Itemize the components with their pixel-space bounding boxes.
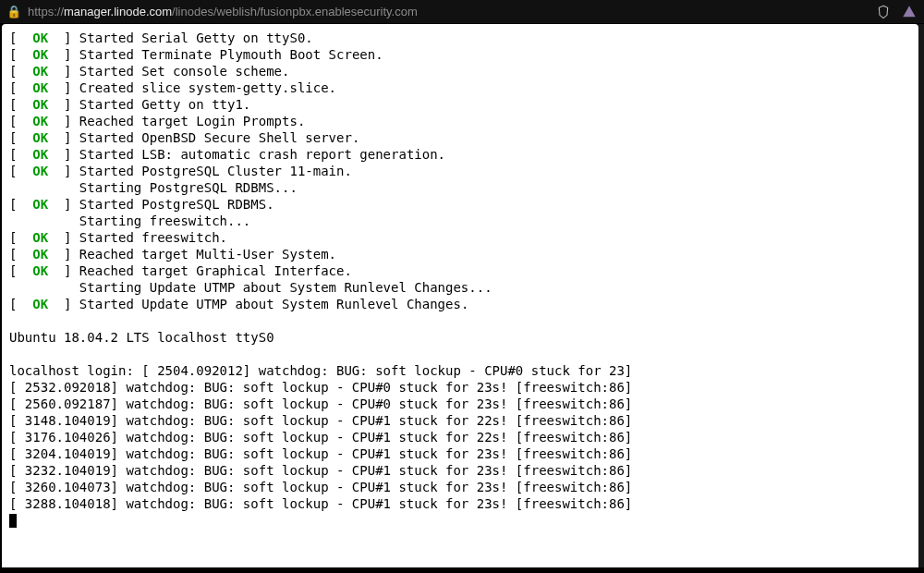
url-scheme: https:// <box>28 5 64 18</box>
url-path: /linodes/weblish/fusionpbx.enablesecurit… <box>172 5 418 18</box>
url-host: manager.linode.com <box>64 5 172 18</box>
scrollbar-vertical[interactable] <box>918 24 924 567</box>
url-display[interactable]: https://manager.linode.com/linodes/webli… <box>28 5 418 18</box>
extension-icon[interactable] <box>900 3 918 21</box>
brave-shield-icon[interactable] <box>874 3 893 21</box>
browser-address-bar[interactable]: 🔒 https://manager.linode.com/linodes/web… <box>0 0 924 24</box>
terminal-cursor <box>9 514 17 528</box>
console-output: [ OK ] Started Serial Getty on ttyS0. [ … <box>2 24 918 534</box>
weblish-console[interactable]: [ OK ] Started Serial Getty on ttyS0. [ … <box>2 24 918 567</box>
lock-icon: 🔒 <box>6 5 22 18</box>
